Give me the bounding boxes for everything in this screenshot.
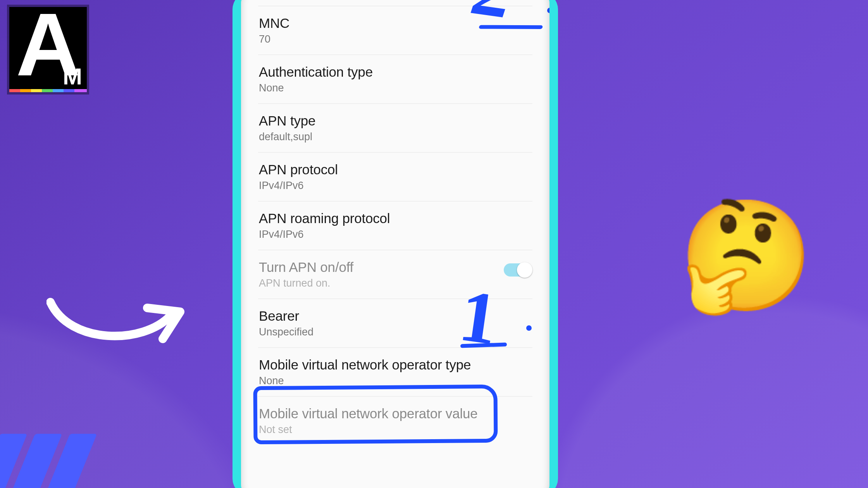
setting-value: None — [259, 82, 532, 94]
setting-title: APN roaming protocol — [259, 211, 532, 226]
annotation-highlight-box — [253, 385, 498, 444]
logo-rainbow-bar — [9, 89, 87, 92]
setting-row-bearer[interactable]: Bearer Unspecified — [258, 299, 532, 348]
logo-letter-m: M — [63, 63, 82, 90]
setting-row-auth-type[interactable]: Authentication type None — [258, 55, 532, 104]
setting-title: Authentication type — [259, 64, 532, 80]
setting-value: IPv4/IPv6 — [259, 229, 532, 241]
setting-title: APN type — [259, 113, 532, 129]
setting-title: APN protocol — [259, 162, 532, 177]
setting-title: Mobile virtual network operator type — [259, 357, 532, 373]
decor-arrow-right — [46, 294, 194, 354]
setting-value: default,supl — [259, 131, 532, 143]
setting-value: APN turned on. — [259, 277, 532, 289]
apn-toggle-switch[interactable] — [504, 263, 532, 277]
setting-value: Unspecified — [259, 326, 532, 338]
setting-title: Bearer — [259, 308, 532, 324]
setting-row-mcc[interactable]: 404 — [258, 0, 532, 6]
setting-row-apn-type[interactable]: APN type default,supl — [258, 104, 532, 153]
setting-value: 70 — [259, 33, 532, 45]
setting-title: MNC — [259, 15, 532, 31]
thinking-emoji-icon: 🤔 — [679, 201, 814, 310]
setting-value: IPv4/IPv6 — [259, 180, 532, 192]
apn-settings-list[interactable]: 404 MNC 70 Authentication type None APN … — [241, 0, 549, 445]
setting-row-apn-roaming-protocol[interactable]: APN roaming protocol IPv4/IPv6 — [258, 201, 532, 250]
setting-row-mnc[interactable]: MNC 70 — [258, 6, 532, 55]
channel-logo: A M — [9, 7, 87, 92]
setting-title: Turn APN on/off — [259, 259, 532, 275]
setting-row-apn-toggle[interactable]: Turn APN on/off APN turned on. — [258, 250, 532, 299]
setting-row-apn-protocol[interactable]: APN protocol IPv4/IPv6 — [258, 153, 532, 201]
phone-screen: 404 MNC 70 Authentication type None APN … — [241, 0, 549, 488]
phone-frame: 404 MNC 70 Authentication type None APN … — [232, 0, 558, 488]
